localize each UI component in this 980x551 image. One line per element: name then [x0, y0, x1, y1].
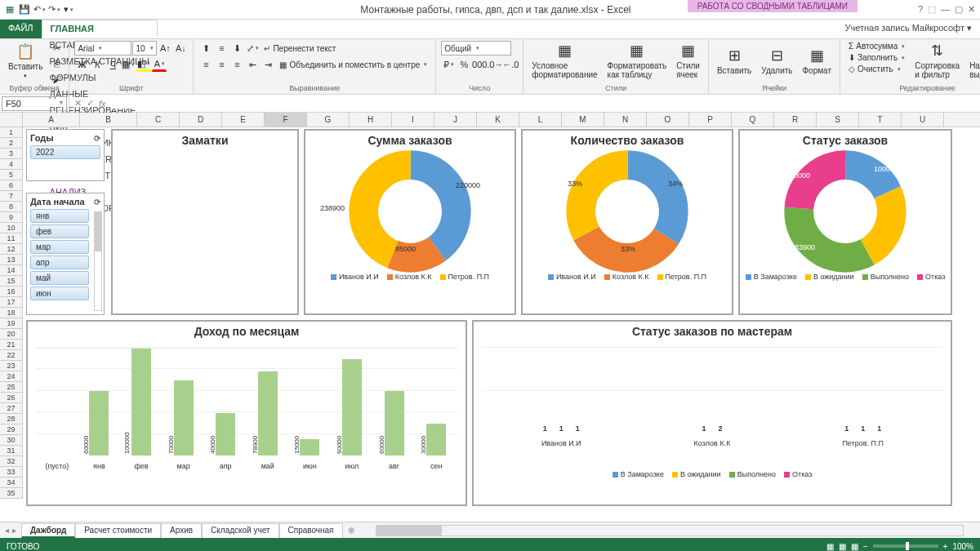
ribbon-options-icon[interactable]: ⬚	[928, 4, 936, 15]
slicer-item[interactable]: 2022	[30, 145, 100, 159]
help-icon[interactable]: ?	[918, 4, 923, 15]
row-header[interactable]: 5	[0, 170, 23, 180]
view-break-icon[interactable]: ▦	[851, 542, 858, 551]
zoom-out-icon[interactable]: −	[863, 542, 868, 551]
row-header[interactable]: 3	[0, 149, 23, 159]
minimize-icon[interactable]: —	[941, 4, 950, 15]
col-header[interactable]: A	[23, 113, 80, 127]
col-header[interactable]: O	[647, 113, 689, 127]
col-header[interactable]: F	[265, 113, 307, 127]
fill-button[interactable]: ⬇ Заполнить	[845, 52, 908, 63]
align-bottom-icon[interactable]: ⬇	[229, 41, 244, 56]
slicer-scrollbar[interactable]	[94, 211, 102, 311]
sheet-tab[interactable]: Складской учет	[202, 523, 278, 538]
increase-font-icon[interactable]: A↑	[158, 41, 172, 56]
orientation-icon[interactable]: ⤢	[245, 41, 260, 56]
col-header[interactable]: R	[774, 113, 817, 127]
align-top-icon[interactable]: ⬆	[198, 41, 213, 56]
col-header[interactable]: D	[180, 113, 222, 127]
row-header[interactable]: 2	[0, 138, 23, 149]
format-cells-button[interactable]: ▦Формат	[800, 41, 835, 80]
clear-filter-icon[interactable]: ⟳	[94, 134, 100, 143]
col-header[interactable]: Q	[732, 113, 774, 127]
col-header[interactable]: C	[137, 113, 180, 127]
decrease-font-icon[interactable]: A↓	[173, 41, 188, 56]
row-header[interactable]: 8	[0, 202, 23, 212]
wrap-text-button[interactable]: ↵Перенести текст	[261, 41, 339, 56]
slicer-item[interactable]: янв	[30, 209, 89, 223]
row-header[interactable]: 13	[0, 255, 23, 265]
percent-format-icon[interactable]: %	[457, 57, 471, 72]
close-icon[interactable]: ✕	[968, 4, 975, 15]
sheet-nav-prev-icon[interactable]: ◂	[5, 526, 9, 535]
row-header[interactable]: 32	[0, 456, 23, 467]
find-select-button[interactable]: 🔍Найти и выделить	[966, 41, 980, 80]
row-header[interactable]: 18	[0, 308, 23, 318]
underline-button[interactable]: Ч	[105, 57, 120, 72]
zoom-slider[interactable]	[873, 544, 938, 548]
view-layout-icon[interactable]: ▦	[839, 542, 846, 551]
col-header[interactable]: G	[307, 113, 350, 127]
slicer-item[interactable]: май	[30, 271, 89, 285]
row-header[interactable]: 16	[0, 287, 23, 297]
confirm-formula-icon[interactable]: ✓	[87, 98, 94, 109]
slicer-item[interactable]: июн	[30, 287, 89, 300]
accounting-format-icon[interactable]: ₽	[441, 57, 456, 72]
autosum-button[interactable]: Σ Автосумма	[845, 41, 908, 51]
row-header[interactable]: 21	[0, 340, 23, 350]
row-header[interactable]: 22	[0, 350, 23, 361]
delete-cells-button[interactable]: ⊟Удалить	[758, 41, 795, 80]
row-header[interactable]: 11	[0, 233, 23, 244]
restore-icon[interactable]: ▢	[955, 4, 963, 15]
col-header[interactable]: S	[817, 113, 859, 127]
increase-indent-icon[interactable]: ⇥	[261, 57, 275, 72]
zoom-level[interactable]: 100%	[952, 542, 973, 551]
sort-filter-button[interactable]: ⇅Сортировка и фильтр	[911, 41, 963, 80]
row-header[interactable]: 25	[0, 382, 23, 393]
undo-icon[interactable]: ↶	[33, 3, 46, 16]
paste-button[interactable]: 📋Вставить▾	[5, 41, 46, 80]
sheet-tab[interactable]: Расчет стоимости	[75, 523, 161, 538]
zoom-in-icon[interactable]: +	[943, 542, 948, 551]
col-header[interactable]: E	[222, 113, 265, 127]
increase-decimal-icon[interactable]: .0→	[488, 57, 502, 72]
tab-file[interactable]: ФАЙЛ	[0, 20, 42, 38]
row-header[interactable]: 28	[0, 414, 23, 424]
slicer-item[interactable]: мар	[30, 240, 89, 254]
font-size-select[interactable]: 10	[132, 41, 157, 56]
row-header[interactable]: 10	[0, 223, 23, 233]
font-color-button[interactable]: A	[152, 57, 167, 72]
worksheet-grid[interactable]: ABCDEFGHIJKLMNOPQRSTU 123456789101112131…	[0, 113, 980, 522]
save-icon[interactable]: 💾	[18, 3, 31, 16]
col-header[interactable]: K	[477, 113, 519, 127]
row-header[interactable]: 9	[0, 212, 23, 223]
row-header[interactable]: 31	[0, 446, 23, 456]
row-header[interactable]: 15	[0, 276, 23, 287]
row-header[interactable]: 33	[0, 467, 23, 478]
cancel-formula-icon[interactable]: ✕	[74, 98, 82, 109]
row-header[interactable]: 7	[0, 191, 23, 202]
row-header[interactable]: 23	[0, 361, 23, 371]
col-header[interactable]: L	[519, 113, 562, 127]
border-button[interactable]: ▦	[121, 57, 136, 72]
copy-icon[interactable]: ⎘	[49, 56, 64, 71]
row-header[interactable]: 24	[0, 371, 23, 382]
sheet-tab[interactable]: Справочная	[279, 523, 343, 538]
format-as-table-button[interactable]: ▦Форматировать как таблицу	[604, 41, 670, 80]
redo-icon[interactable]: ↷	[47, 3, 60, 16]
col-header[interactable]: I	[392, 113, 434, 127]
comma-format-icon[interactable]: 000	[472, 57, 487, 72]
number-format-select[interactable]: Общий	[441, 41, 511, 56]
col-header[interactable]: P	[689, 113, 732, 127]
col-header[interactable]: T	[859, 113, 902, 127]
italic-button[interactable]: К	[90, 57, 105, 72]
select-all-corner[interactable]	[0, 113, 23, 127]
row-header[interactable]: 4	[0, 159, 23, 170]
conditional-formatting-button[interactable]: ▦Условное форматирование	[528, 41, 600, 80]
decrease-decimal-icon[interactable]: ←.0	[503, 57, 518, 72]
formula-input[interactable]	[111, 99, 975, 109]
col-header[interactable]: J	[434, 113, 477, 127]
decrease-indent-icon[interactable]: ⇤	[245, 57, 260, 72]
slicer-years[interactable]: Годы⟳ 2022	[26, 129, 105, 181]
align-left-icon[interactable]: ≡	[198, 57, 213, 72]
